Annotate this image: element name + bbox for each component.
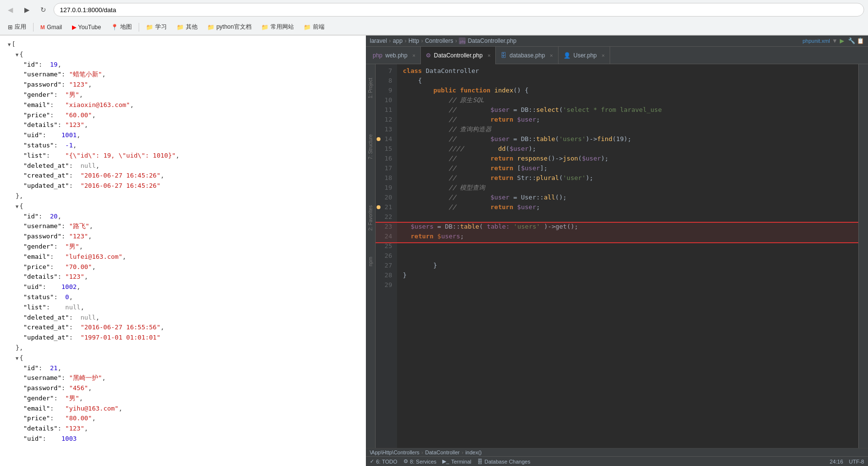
status-services[interactable]: ⚙ 8: Services — [403, 458, 436, 465]
json-details2: "details": "123", — [8, 272, 358, 282]
status-line-col: 24:16 — [830, 459, 843, 465]
forward-button[interactable]: ▶ — [20, 3, 33, 16]
line-18: 18 — [379, 173, 394, 183]
code-line-21: // return $user; — [403, 202, 858, 212]
code-content: class DataController { public function i… — [397, 64, 858, 448]
tab-user-php-close[interactable]: × — [602, 53, 605, 58]
json-username3: "username": "黑崎一护", — [8, 373, 358, 383]
line-14: 14 — [379, 134, 394, 144]
status-todo[interactable]: ✓ 6: TODO — [370, 458, 398, 465]
json-root-open: ▼[ — [8, 39, 358, 50]
user-icon: 👤 — [563, 52, 571, 59]
bookmark-frontend[interactable]: 📁 前端 — [300, 21, 328, 33]
terminal-icon: ▶_ — [442, 458, 449, 465]
bookmark-youtube[interactable]: ▶ YouTube — [68, 22, 105, 32]
favorites-sidebar-label[interactable]: 2: Favorites — [367, 203, 374, 233]
code-line-18: // return Str::plural('user'); — [403, 173, 858, 183]
collapse-r1[interactable]: ▼ — [16, 51, 18, 59]
line-22: 22 — [379, 212, 394, 222]
bookmark-other[interactable]: 📁 其他 — [173, 21, 201, 33]
line-15: 15 — [379, 144, 394, 154]
json-status1: "status": -1, — [8, 141, 358, 151]
code-line-16: // return response()->json($user); — [403, 154, 858, 163]
tab-user-php[interactable]: 👤 User.php × — [559, 47, 610, 64]
npm-sidebar-label[interactable]: npm — [367, 255, 374, 268]
json-gender3: "gender": "男", — [8, 394, 358, 404]
tab-database-php-close[interactable]: × — [550, 53, 553, 58]
project-sidebar-label[interactable]: 1: Project — [367, 76, 374, 100]
browser-toolbar: ◀ ▶ ↻ — [0, 0, 868, 19]
collapse-r3[interactable]: ▼ — [16, 355, 18, 362]
path-namespace[interactable]: \App\Http\Controllers — [370, 449, 419, 455]
bookmark-maps[interactable]: 📍 地图 — [107, 21, 136, 33]
status-terminal[interactable]: ▶_ Terminal — [442, 458, 471, 465]
json-price1: "price": "60.00", — [8, 110, 358, 121]
collapse-r2[interactable]: ▼ — [16, 203, 18, 211]
code-line-15: //// dd($user); — [403, 144, 858, 154]
ide-status-bar: ✓ 6: TODO ⚙ 8: Services ▶_ Terminal 🗄 Da… — [366, 456, 868, 466]
bookmark-separator2 — [139, 23, 139, 32]
tab-web-php-close[interactable]: × — [412, 53, 415, 58]
bookmark-gmail[interactable]: M Gmail — [36, 22, 66, 32]
code-line-27: } — [403, 261, 858, 270]
ide-right-sidebar — [858, 64, 868, 448]
code-line-28: } — [403, 270, 858, 280]
bookmarks-bar: ⊞ 应用 M Gmail ▶ YouTube 📍 地图 📁 学习 📁 其他 📁 … — [0, 19, 868, 35]
tab-database-php[interactable]: 🗄 database.php × — [496, 47, 558, 64]
json-price3: "price": "80.00", — [8, 413, 358, 424]
bookmark-study[interactable]: 📁 学习 — [142, 21, 171, 33]
line-numbers: 7 8 9 10 11 12 13 14 15 16 17 18 19 20 2… — [376, 64, 397, 448]
json-uid2: "uid": 1002, — [8, 282, 358, 292]
json-list1: "list": "{\"id\": 19, \"uid\": 1010}", — [8, 151, 358, 161]
breadcrumb-http: Http — [408, 37, 419, 44]
json-email1: "email": "xiaoxin@163.com", — [8, 100, 358, 110]
json-updated2: "updated_at": "1997-01-01 01:01:01" — [8, 333, 358, 343]
tab-web-php[interactable]: php web.php × — [368, 47, 421, 64]
youtube-icon: ▶ — [72, 24, 76, 31]
line-11: 11 — [379, 105, 394, 115]
structure-sidebar-label[interactable]: 7: Structure — [367, 132, 374, 161]
json-panel[interactable]: ▼[ ▼{ "id": 19, "username": "蜡笔小新", "pas… — [0, 36, 366, 466]
line-col-text: 24:16 — [830, 459, 843, 465]
address-bar[interactable] — [54, 3, 864, 17]
code-line-26 — [403, 251, 858, 261]
encoding-text: UTF-8 — [849, 459, 864, 465]
tab-datacontroller-close[interactable]: × — [488, 53, 490, 58]
json-created2: "created_at": "2016-06-27 16:55:56", — [8, 323, 358, 333]
folder-icon5: 📁 — [304, 24, 311, 31]
code-line-10: // 原生SQL — [403, 95, 858, 105]
ide-panel: laravel › app › Http › Controllers › php… — [366, 36, 868, 466]
line-10: 10 — [379, 95, 394, 105]
json-list2: "list": null, — [8, 303, 358, 313]
line-28: 28 — [379, 270, 394, 280]
path-method[interactable]: index() — [465, 449, 482, 455]
breadcrumb-file: php DataController.php — [459, 37, 516, 44]
status-db-changes[interactable]: 🗄 Database Changes — [477, 459, 530, 465]
ide-code-area[interactable]: 7 8 9 10 11 12 13 14 15 16 17 18 19 20 2… — [376, 64, 858, 448]
bookmark-python[interactable]: 📁 python官文档 — [203, 21, 255, 33]
json-record2-close: }, — [8, 343, 358, 353]
ide-main: 1: Project 7: Structure 2: Favorites npm… — [366, 64, 868, 448]
database-icon: 🗄 — [501, 52, 506, 59]
code-line-29 — [403, 280, 858, 290]
collapse-root[interactable]: ▼ — [8, 41, 11, 49]
line-24: 24 — [379, 232, 394, 241]
tab-datacontroller[interactable]: ⚙ DataController.php × — [421, 47, 496, 64]
tab-database-php-label: database.php — [509, 52, 545, 59]
back-button[interactable]: ◀ — [4, 3, 17, 16]
breadcrumb-sep1: › — [389, 37, 391, 44]
run-button[interactable]: ▶ — [840, 37, 844, 44]
bookmark-apps[interactable]: ⊞ 应用 — [4, 21, 30, 33]
json-id1: "id": 19, — [8, 60, 358, 70]
json-updated1: "updated_at": "2016-06-27 16:45:26" — [8, 181, 358, 191]
reload-button[interactable]: ↻ — [37, 3, 50, 16]
code-line-7: class DataController — [403, 66, 858, 76]
json-price2: "price": "70.00", — [8, 262, 358, 272]
json-email2: "email": "lufei@163.com", — [8, 252, 358, 262]
browser-chrome: ◀ ▶ ↻ ⊞ 应用 M Gmail ▶ YouTube 📍 地图 📁 学习 📁 — [0, 0, 868, 36]
path-class[interactable]: DataController — [425, 449, 460, 455]
code-line-25 — [403, 241, 858, 251]
php-file-icon: php — [459, 37, 466, 44]
ide-breadcrumb: laravel › app › Http › Controllers › php… — [366, 36, 868, 47]
bookmark-websites[interactable]: 📁 常用网站 — [257, 21, 298, 33]
